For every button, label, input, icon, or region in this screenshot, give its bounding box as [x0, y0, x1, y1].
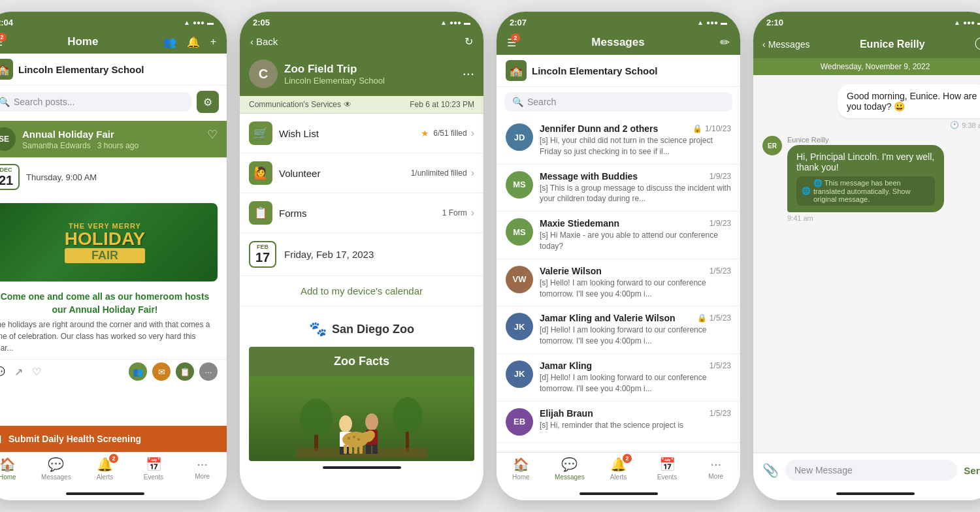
search-input-1[interactable]: 🔍 Search posts...	[0, 92, 191, 112]
lock-icon-4: 🔒	[697, 313, 707, 323]
svg-rect-18	[349, 445, 352, 454]
tab-events-3[interactable]: 📅 Events	[643, 456, 692, 481]
search-placeholder-3: Search	[527, 97, 556, 107]
tab-home-1[interactable]: 🏠 Home	[0, 456, 32, 481]
chat-input-placeholder: New Message	[794, 465, 853, 475]
back-button-4[interactable]: ‹ Messages	[762, 39, 809, 50]
msg-name-6: Elijah Braun	[540, 408, 593, 419]
msg-item-2[interactable]: MS Maxie Stiedemann 1/9/23 [s] Hi Maxie …	[497, 212, 740, 259]
msg-item-6[interactable]: EB Elijah Braun 1/5/23 [s] Hi, reminder …	[497, 402, 740, 443]
tab-alerts-3[interactable]: 🔔 2 Alerts	[594, 456, 643, 481]
menu-btn-3[interactable]: ☰ 2	[507, 37, 516, 49]
time-4: 2:10	[766, 18, 783, 27]
heart-icon[interactable]: ♡	[207, 127, 218, 142]
msg-date-2: 1/9/23	[710, 219, 731, 228]
status-icons-4: ▲ ●●● ▬	[954, 19, 980, 26]
zoo-item-volunteer[interactable]: 🙋 Volunteer 1/unlimited filled ›	[240, 153, 483, 193]
zoo-item-forms[interactable]: 📋 Forms 1 Form ›	[240, 193, 483, 233]
back-button-2[interactable]: ‹ Back	[250, 36, 278, 47]
translation-note[interactable]: 🌐 🌐 This message has been translated aut…	[796, 176, 935, 206]
messages-nav-title: Messages	[591, 36, 644, 49]
event-date: DEC 21 Thursday, 9:00 AM	[0, 164, 218, 190]
tab-messages-3[interactable]: 💬 Messages	[546, 456, 595, 481]
menu-badge-3: 2	[511, 33, 520, 42]
battery-icon: ▬	[207, 19, 214, 26]
comment-icon[interactable]: 💬	[0, 366, 5, 378]
compose-icon[interactable]: ✏	[720, 35, 730, 50]
msg-header-6: Elijah Braun 1/5/23	[540, 408, 731, 419]
msg-item-5[interactable]: JK Jamar Kling 1/5/23 [d] Hello! I am lo…	[497, 354, 740, 402]
tab-more-1[interactable]: ··· More	[178, 456, 227, 481]
msg-date-0: 1/10/23	[705, 124, 731, 133]
messages-tab-icon-3: 💬	[561, 456, 578, 472]
chat-input[interactable]: New Message	[785, 460, 957, 481]
action-circle-4[interactable]: ···	[199, 362, 218, 381]
tab-messages-1[interactable]: 💬 Messages	[32, 456, 81, 481]
community-icon[interactable]: 👥	[163, 36, 176, 48]
msg-item-0[interactable]: JD Jennifer Dunn and 2 others 🔒 1/10/23 …	[497, 117, 740, 165]
msg-name-5: Jamar Kling	[540, 360, 592, 371]
action-circle-2[interactable]: ✉	[152, 362, 171, 381]
battery-icon-3: ▬	[721, 19, 727, 26]
bell-icon[interactable]: 🔔	[187, 36, 200, 48]
msg-item-3[interactable]: VW Valerie Wilson 1/5/23 [s] Hello! I am…	[497, 259, 740, 307]
volunteer-filled: 1/unlimited filled	[411, 168, 467, 178]
chat-messages: Good morning, Eunice. How are you today?…	[753, 75, 980, 453]
zoo-facts-label: Zoo Facts	[334, 355, 389, 368]
volunteer-chevron: ›	[471, 167, 474, 179]
msg-item-4[interactable]: JK Jamar Kling and Valerie Wilson 🔒 1/5/…	[497, 306, 740, 354]
svg-rect-20	[359, 445, 363, 454]
tab-alerts-label-3: Alerts	[610, 473, 627, 481]
tab-home-label: Home	[0, 473, 16, 481]
zoo-more-icon[interactable]: ···	[463, 65, 474, 82]
refresh-icon-2[interactable]: ↻	[465, 35, 473, 48]
msg-item-1[interactable]: MS Message with Buddies 1/9/23 [s] This …	[497, 165, 740, 212]
home-nav-title: Home	[67, 35, 98, 48]
signal-icon-2: ●●●	[449, 19, 461, 26]
filter-button[interactable]: ⚙	[197, 91, 219, 113]
tab-alerts-1[interactable]: 🔔 2 Alerts	[80, 456, 129, 481]
post-body: Come one and come all as our homeroom ho…	[0, 287, 227, 359]
status-bar-3: 2:07 ▲ ●●● ▬	[497, 12, 740, 30]
post-card[interactable]: SE Annual Holiday Fair Samantha Edwards …	[0, 121, 227, 157]
health-bar[interactable]: 📋 Submit Daily Health Screening	[0, 426, 227, 452]
comm-bar: Communication's Services 👁 Feb 6 at 10:2…	[240, 96, 483, 114]
plus-icon[interactable]: +	[210, 36, 216, 48]
post-action-right: 👥 ✉ 📋 ···	[129, 362, 218, 381]
chat-bubble-left-1: ER Eunice Reilly Hi, Principal Lincoln. …	[762, 136, 980, 222]
comm-date: Feb 6 at 10:23 PM	[410, 100, 474, 109]
alerts-badge-3: 2	[623, 454, 632, 463]
msg-date-1: 1/9/23	[710, 172, 731, 181]
comm-label-text: Communication's Services	[249, 100, 341, 109]
menu-btn-wrap[interactable]: ☰ 2	[0, 36, 3, 48]
status-icons-3: ▲ ●●● ▬	[697, 19, 727, 26]
action-circle-1[interactable]: 👥	[129, 362, 147, 381]
attach-icon[interactable]: 📎	[762, 462, 779, 478]
msg-search[interactable]: 🔍 Search	[504, 92, 732, 112]
back-label-2: Back	[256, 36, 278, 47]
wifi-icon: ▲	[184, 19, 190, 26]
chat-time-left-1: 9:41 am	[787, 214, 980, 222]
tab-more-3[interactable]: ··· More	[691, 456, 740, 481]
nav-icons: 👥 🔔 +	[163, 36, 216, 48]
msg-content-3: Valerie Wilson 1/5/23 [s] Hello! I am lo…	[540, 266, 731, 300]
time-2: 2:05	[253, 18, 270, 27]
zoo-date-row: FEB 17 Friday, Feb 17, 2023	[240, 233, 483, 276]
action-circle-3[interactable]: 📋	[176, 362, 194, 381]
add-calendar-button[interactable]: Add to my device's calendar	[240, 276, 483, 306]
school-name-1: Lincoln Elementary School	[18, 64, 144, 75]
zoo-item-wishlist[interactable]: 🛒 Wish List ★ 6/51 filled ›	[240, 114, 483, 153]
send-button[interactable]: Send	[964, 465, 980, 476]
home-bar-3	[580, 492, 658, 495]
share-icon[interactable]: ↗	[14, 366, 23, 378]
more-tab-icon-3: ···	[710, 456, 721, 472]
bubble-left-text-1: Hi, Principal Lincoln. I'm very well, th…	[796, 152, 934, 172]
tab-events-label-3: Events	[657, 473, 678, 481]
home-tab-icon: 🏠	[0, 456, 16, 472]
messages-tab-icon-1: 💬	[48, 456, 64, 472]
info-icon-4[interactable]: ⓘ	[975, 35, 980, 53]
tab-events-1[interactable]: 📅 Events	[129, 456, 178, 481]
chat-sender-1: Eunice Reilly	[787, 136, 980, 144]
like-icon[interactable]: ♡	[32, 366, 41, 378]
tab-home-3[interactable]: 🏠 Home	[497, 456, 546, 481]
